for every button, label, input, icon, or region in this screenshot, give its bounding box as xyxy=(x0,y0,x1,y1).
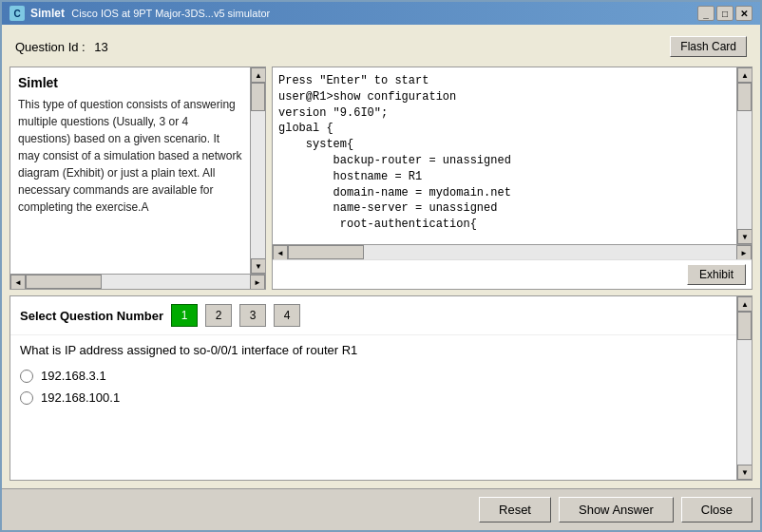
right-panel-scrollbar[interactable]: ▲ ▼ xyxy=(736,67,752,244)
code-hscroll-thumb[interactable] xyxy=(288,245,364,259)
hscroll-right-arrow[interactable]: ► xyxy=(250,275,265,290)
radio-label-2: 192.168.100.1 xyxy=(41,390,120,405)
left-panel: Simlet This type of question consists of… xyxy=(10,66,266,290)
question-number-1-button[interactable]: 1 xyxy=(171,304,198,327)
left-panel-scrollbar[interactable]: ▲ ▼ xyxy=(250,67,265,274)
exhibit-button[interactable]: Exhibit xyxy=(687,264,746,285)
question-number-2-button[interactable]: 2 xyxy=(205,304,232,327)
bottom-content: Select Question Number 1 2 3 4 What is I… xyxy=(10,296,736,480)
question-id-section: Question Id : 13 xyxy=(15,40,108,54)
bottom-panel-scrollbar[interactable]: ▲ ▼ xyxy=(736,296,752,480)
main-window: C Simlet Cisco IOS at 9PT Major-3DS...v5… xyxy=(0,0,762,532)
right-scroll-up[interactable]: ▲ xyxy=(737,67,752,83)
hscroll-track xyxy=(26,275,250,289)
window-title: Simlet Cisco IOS at 9PT Major-3DS...v5 s… xyxy=(30,7,270,20)
bottom-scroll-down[interactable]: ▼ xyxy=(737,465,752,480)
close-button[interactable]: Close xyxy=(681,497,752,522)
question-id-value: 13 xyxy=(94,40,107,54)
right-scroll-down[interactable]: ▼ xyxy=(737,229,752,244)
reset-button[interactable]: Reset xyxy=(479,497,551,522)
radio-option-2: 192.168.100.1 xyxy=(10,387,736,408)
question-id-label: Question Id : xyxy=(15,40,86,54)
select-question-label: Select Question Number xyxy=(20,309,163,323)
scroll-down-arrow[interactable]: ▼ xyxy=(251,258,265,274)
question-selector: Select Question Number 1 2 3 4 xyxy=(10,296,736,335)
left-panel-hscrollbar[interactable]: ◄ ► xyxy=(10,274,265,289)
code-hscroll-left[interactable]: ◄ xyxy=(273,245,288,260)
show-answer-button[interactable]: Show Answer xyxy=(559,497,674,522)
left-panel-text: This type of question consists of answer… xyxy=(18,96,242,216)
bottom-scroll-track xyxy=(737,312,752,465)
footer-bar: Reset Show Answer Close xyxy=(2,488,760,530)
right-scroll-track xyxy=(737,83,752,229)
content-area: Question Id : 13 Flash Card Simlet This … xyxy=(2,25,760,488)
app-icon: C xyxy=(10,6,25,21)
main-panels: Simlet This type of question consists of… xyxy=(10,66,752,290)
right-scroll-thumb[interactable] xyxy=(737,83,752,111)
exhibit-row: Exhibit xyxy=(273,259,752,289)
left-panel-title: Simlet xyxy=(18,75,242,90)
bottom-panel: Select Question Number 1 2 3 4 What is I… xyxy=(10,295,752,481)
question-number-4-button[interactable]: 4 xyxy=(274,304,300,327)
code-content: Press "Enter" to start user@R1>show conf… xyxy=(273,67,736,244)
scroll-track xyxy=(251,83,265,258)
window-close-button[interactable]: ✕ xyxy=(735,6,752,21)
flash-card-button[interactable]: Flash Card xyxy=(670,36,747,57)
title-bar: C Simlet Cisco IOS at 9PT Major-3DS...v5… xyxy=(2,2,760,25)
code-hscroll-right[interactable]: ► xyxy=(736,245,752,260)
code-area: Press "Enter" to start user@R1>show conf… xyxy=(273,67,752,244)
maximize-button[interactable]: □ xyxy=(716,6,733,21)
radio-input-2[interactable] xyxy=(20,391,33,405)
question-text: What is IP address assigned to so-0/0/1 … xyxy=(10,335,736,365)
scroll-thumb[interactable] xyxy=(251,83,265,111)
window-controls: _ □ ✕ xyxy=(697,6,752,21)
title-bar-left: C Simlet Cisco IOS at 9PT Major-3DS...v5… xyxy=(10,6,270,21)
question-id-row: Question Id : 13 Flash Card xyxy=(10,32,752,61)
hscroll-left-arrow[interactable]: ◄ xyxy=(10,275,26,290)
bottom-scroll-thumb[interactable] xyxy=(737,312,752,340)
left-panel-content: Simlet This type of question consists of… xyxy=(10,67,250,274)
minimize-button[interactable]: _ xyxy=(697,6,714,21)
radio-option-1: 192.168.3.1 xyxy=(10,365,736,387)
question-number-3-button[interactable]: 3 xyxy=(239,304,266,327)
radio-input-1[interactable] xyxy=(20,370,33,383)
window-subtitle: Cisco IOS at 9PT Major-3DS...v5 simulato… xyxy=(71,8,270,19)
radio-label-1: 192.168.3.1 xyxy=(41,369,106,383)
hscroll-thumb[interactable] xyxy=(26,275,102,289)
code-hscrollbar[interactable]: ◄ ► xyxy=(273,244,752,259)
code-hscroll-track xyxy=(288,245,736,259)
bottom-scroll-up[interactable]: ▲ xyxy=(737,296,752,312)
right-panel: Press "Enter" to start user@R1>show conf… xyxy=(272,66,752,290)
scroll-up-arrow[interactable]: ▲ xyxy=(251,67,265,83)
